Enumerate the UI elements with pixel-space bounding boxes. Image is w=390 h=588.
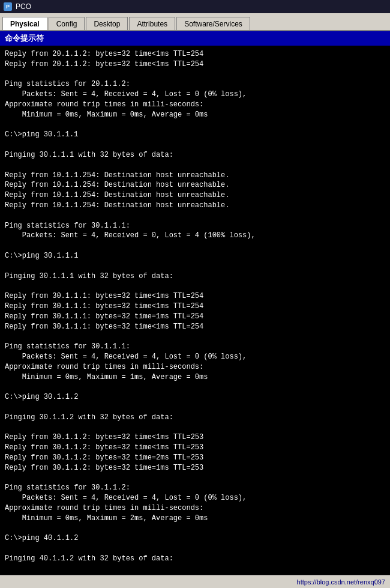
terminal-content: Reply from 20.1.1.2: bytes=32 time<1ms T…	[5, 49, 385, 575]
section-title: 命令提示符	[0, 31, 390, 46]
tab-physical[interactable]: Physical	[2, 17, 47, 30]
tab-desktop[interactable]: Desktop	[86, 17, 128, 30]
status-url: https://blog.csdn.net/renxq097	[297, 578, 385, 586]
status-bar: https://blog.csdn.net/renxq097	[0, 575, 390, 588]
title-text: PCO	[16, 2, 31, 11]
terminal-area[interactable]: Reply from 20.1.1.2: bytes=32 time<1ms T…	[0, 46, 390, 575]
tab-attributes[interactable]: Attributes	[129, 17, 175, 30]
app-icon: P	[4, 2, 12, 11]
tab-config[interactable]: Config	[49, 17, 85, 30]
title-bar: P PCO	[0, 0, 390, 13]
tab-software-services[interactable]: Software/Services	[176, 17, 250, 30]
tab-bar: Physical Config Desktop Attributes Softw…	[0, 13, 390, 31]
